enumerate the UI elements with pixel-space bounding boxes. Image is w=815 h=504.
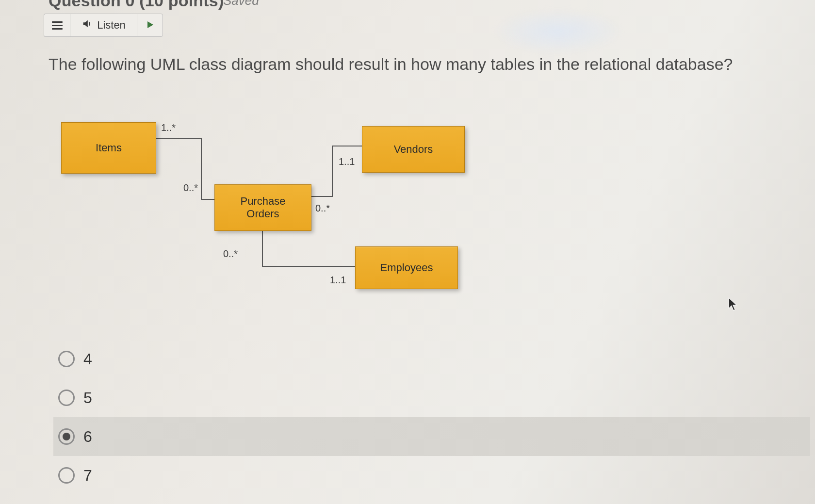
answer-label: 6 bbox=[83, 428, 92, 446]
multiplicity-label: 1..* bbox=[161, 122, 176, 133]
audio-toolbar: Listen bbox=[44, 14, 163, 37]
saved-indicator: Saved bbox=[223, 0, 259, 8]
question-text: The following UML class diagram should r… bbox=[49, 52, 776, 76]
play-icon bbox=[146, 19, 154, 32]
uml-diagram: Items PurchaseOrders Vendors Employees 1… bbox=[58, 116, 553, 330]
answer-option-7[interactable]: 7 bbox=[53, 456, 815, 495]
answer-label: 7 bbox=[83, 467, 92, 485]
multiplicity-label: 0..* bbox=[183, 182, 198, 194]
answer-option-4[interactable]: 4 bbox=[53, 340, 815, 378]
multiplicity-label: 0..* bbox=[315, 203, 330, 214]
speaker-icon bbox=[82, 18, 92, 32]
multiplicity-label: 1..1 bbox=[339, 156, 355, 167]
connector-line bbox=[262, 266, 330, 267]
connector-line bbox=[332, 146, 362, 146]
uml-class-purchase-orders: PurchaseOrders bbox=[214, 184, 311, 231]
uml-class-items: Items bbox=[61, 122, 156, 174]
radio-icon bbox=[58, 467, 75, 484]
connector-line bbox=[156, 138, 202, 139]
uml-class-vendors: Vendors bbox=[362, 126, 465, 173]
connector-line bbox=[329, 266, 355, 267]
listen-button[interactable]: Listen bbox=[70, 14, 137, 37]
svg-marker-0 bbox=[147, 21, 153, 28]
lens-glare bbox=[495, 10, 621, 53]
cursor-icon bbox=[728, 297, 738, 311]
question-header-partial: Question 0 (10 points) bbox=[49, 0, 224, 10]
menu-button[interactable] bbox=[44, 14, 70, 37]
connector-line bbox=[311, 196, 333, 197]
connector-line bbox=[201, 199, 214, 200]
answer-label: 5 bbox=[83, 389, 92, 407]
answer-label: 4 bbox=[83, 350, 92, 368]
radio-icon bbox=[58, 351, 75, 367]
radio-icon bbox=[58, 390, 75, 406]
answer-option-5[interactable]: 5 bbox=[53, 378, 815, 417]
hamburger-icon bbox=[52, 21, 63, 30]
answer-option-6[interactable]: 6 bbox=[53, 417, 810, 456]
multiplicity-label: 0..* bbox=[223, 248, 238, 260]
multiplicity-label: 1..1 bbox=[330, 275, 346, 286]
uml-class-employees: Employees bbox=[355, 246, 458, 289]
connector-line bbox=[262, 231, 263, 267]
answer-options: 4 5 6 7 bbox=[53, 340, 815, 495]
radio-icon bbox=[58, 428, 75, 445]
play-button[interactable] bbox=[137, 14, 163, 37]
connector-line bbox=[332, 146, 333, 197]
connector-line bbox=[201, 138, 202, 200]
listen-label: Listen bbox=[97, 19, 126, 32]
